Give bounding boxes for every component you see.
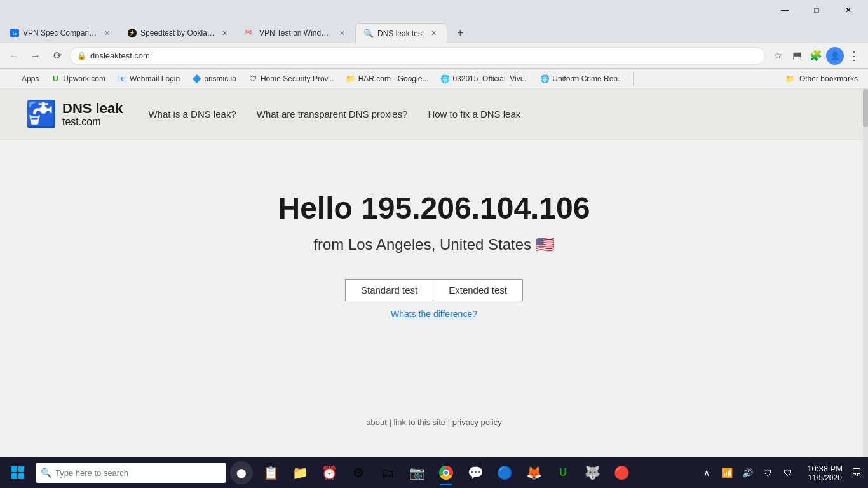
chromecast-button[interactable]: ⬒ bbox=[788, 47, 806, 65]
taskbar-app-vpn4[interactable]: 🔴 bbox=[607, 459, 635, 487]
browser-window: — □ ✕ G VPN Spec Comparisons.xlsx - Go..… bbox=[0, 0, 868, 458]
clock-icon: ⏰ bbox=[322, 465, 337, 480]
nav-dns-leak[interactable]: What is a DNS leak? bbox=[148, 109, 236, 119]
tray-chevron[interactable]: ∧ bbox=[698, 464, 715, 482]
forward-button[interactable]: → bbox=[27, 47, 44, 65]
taskbar-app-taskmgr[interactable]: 📋 bbox=[257, 459, 285, 487]
url-text: dnsleaktest.com bbox=[90, 51, 758, 60]
bookmark-official-label: 032015_Official_Vivi... bbox=[452, 74, 528, 83]
bookmark-webmail[interactable]: 📧 Webmail Login bbox=[112, 71, 185, 87]
taskbar-app-vpn3[interactable]: 🐺 bbox=[578, 459, 606, 487]
tab-vpn-spec[interactable]: G VPN Spec Comparisons.xlsx - Go... ✕ bbox=[3, 23, 120, 43]
tab-favicon-dns-leak: 🔍 bbox=[363, 29, 374, 39]
close-button[interactable]: ✕ bbox=[834, 0, 863, 20]
edge-icon: 🔵 bbox=[497, 465, 513, 480]
footer-link-link[interactable]: link to this site bbox=[393, 417, 445, 427]
address-bar[interactable]: 🔒 dnsleaktest.com bbox=[70, 47, 765, 65]
tab-title-speedtest: Speedtest by Ookla - The Global... bbox=[140, 29, 215, 37]
test-buttons: Standard test Extended test bbox=[345, 279, 523, 301]
tab-close-speedtest[interactable]: ✕ bbox=[219, 27, 230, 39]
bookmark-prismic[interactable]: 🔷 prismic.io bbox=[186, 71, 241, 87]
tab-close-vpn-spec[interactable]: ✕ bbox=[101, 27, 112, 39]
tab-dns-leak[interactable]: 🔍 DNS leak test ✕ bbox=[355, 23, 447, 43]
maximize-button[interactable]: □ bbox=[802, 0, 831, 20]
taskbar-app-skype[interactable]: 💬 bbox=[461, 459, 489, 487]
nav-fix-dns[interactable]: How to fix a DNS leak bbox=[428, 109, 520, 119]
minimize-button[interactable]: — bbox=[770, 0, 799, 20]
tray-volume-icon[interactable]: 🔊 bbox=[738, 464, 756, 482]
cortana-button[interactable]: ⬤ bbox=[230, 461, 253, 484]
scrollbar[interactable] bbox=[863, 89, 868, 458]
taskbar-app-files[interactable]: 🗂 bbox=[374, 459, 402, 487]
taskbar-search-input[interactable] bbox=[55, 468, 221, 478]
footer-privacy-link[interactable]: privacy policy bbox=[452, 417, 502, 427]
back-button[interactable]: ← bbox=[5, 47, 23, 65]
bookmark-apps-label: Apps bbox=[22, 74, 39, 83]
bookmark-other-label: Other bookmarks bbox=[799, 74, 858, 83]
scrollbar-thumb[interactable] bbox=[863, 89, 868, 127]
bookmark-upwork[interactable]: U Upwork.com bbox=[45, 71, 111, 87]
taskbar-app-vpn1[interactable]: 🦊 bbox=[520, 459, 548, 487]
nav-transparent-proxies[interactable]: What are transparent DNS proxies? bbox=[257, 109, 408, 119]
profile-button[interactable]: 👤 bbox=[826, 47, 844, 65]
bookmark-apps[interactable]: Apps bbox=[5, 71, 44, 87]
taskbar-apps: 📋 📁 ⏰ ⚙ 🗂 📷 💬 🔵 🦊 bbox=[254, 459, 638, 487]
bookmark-har[interactable]: 📁 HAR.com - Google... bbox=[341, 71, 434, 87]
tab-favicon-vpn-test: ✉ bbox=[245, 28, 255, 38]
tab-close-dns-leak[interactable]: ✕ bbox=[428, 28, 439, 39]
tab-vpn-test[interactable]: ✉ VPN Test on Windows- Bitdefend... ✕ bbox=[238, 23, 355, 43]
whats-difference-link[interactable]: Whats the difference? bbox=[391, 309, 477, 319]
taskbar-app-explorer[interactable]: 📁 bbox=[286, 459, 314, 487]
bookmark-official[interactable]: 🌐 032015_Official_Vivi... bbox=[435, 71, 533, 87]
bookmarks-bar: Apps U Upwork.com 📧 Webmail Login 🔷 pris… bbox=[0, 69, 868, 89]
bookmark-other[interactable]: 📁 Other bookmarks bbox=[780, 72, 863, 85]
reload-button[interactable]: ⟳ bbox=[48, 47, 66, 65]
taskbar-app-youcam[interactable]: 📷 bbox=[403, 459, 431, 487]
taskbar-app-vpn2[interactable]: U bbox=[549, 459, 577, 487]
prismic-favicon: 🔷 bbox=[191, 74, 201, 84]
bookmark-webmail-label: Webmail Login bbox=[130, 74, 180, 83]
taskbar-app-settings[interactable]: ⚙ bbox=[344, 459, 372, 487]
taskbar-app-chrome[interactable] bbox=[432, 459, 460, 487]
start-square-1 bbox=[11, 466, 17, 472]
tray-network-icon[interactable]: 📶 bbox=[718, 464, 736, 482]
extensions-button[interactable]: 🧩 bbox=[807, 47, 825, 65]
site-logo: 🚰 DNS leak test.com bbox=[25, 99, 123, 129]
new-tab-button[interactable]: + bbox=[450, 23, 470, 43]
taskbar-app-edge[interactable]: 🔵 bbox=[491, 459, 519, 487]
bookmark-homesec[interactable]: 🛡 Home Security Prov... bbox=[243, 71, 339, 87]
tray-shield1-icon[interactable]: 🛡 bbox=[759, 464, 776, 482]
taskbar-app-clock[interactable]: ⏰ bbox=[315, 459, 343, 487]
bookmark-uniform[interactable]: 🌐 Uniform Crime Rep... bbox=[534, 71, 629, 87]
vpn2-icon: U bbox=[559, 467, 567, 478]
taskbar-clock[interactable]: 10:38 PM 11/5/2020 bbox=[802, 464, 848, 482]
start-button[interactable] bbox=[3, 458, 33, 488]
main-content: Hello 195.206.104.106 from Los Angeles, … bbox=[0, 140, 868, 344]
tray-shield2-icon[interactable]: 🛡 bbox=[779, 464, 797, 482]
youcam-icon: 📷 bbox=[409, 465, 425, 480]
toolbar-icons: ☆ ⬒ 🧩 👤 ⋮ bbox=[769, 47, 863, 65]
star-button[interactable]: ☆ bbox=[769, 47, 787, 65]
tab-favicon-vpn-spec: G bbox=[10, 29, 19, 37]
settings-icon: ⚙ bbox=[353, 465, 364, 480]
tab-speedtest[interactable]: ⚡ Speedtest by Ookla - The Global... ✕ bbox=[120, 23, 238, 43]
location-text: from Los Angeles, United States 🇺🇸 bbox=[313, 236, 555, 254]
taskbar-tray: ∧ 📶 🔊 🛡 🛡 bbox=[693, 464, 802, 482]
taskbar-search[interactable]: 🔍 bbox=[36, 463, 226, 483]
notification-icon: 🗨 bbox=[851, 467, 862, 478]
clock-date: 11/5/2020 bbox=[808, 473, 841, 482]
footer-about-link[interactable]: about bbox=[366, 417, 387, 427]
start-square-2 bbox=[18, 466, 24, 472]
notification-button[interactable]: 🗨 bbox=[848, 464, 865, 482]
apps-favicon bbox=[10, 74, 19, 83]
files-icon: 🗂 bbox=[381, 466, 394, 480]
menu-button[interactable]: ⋮ bbox=[845, 47, 863, 65]
uniform-favicon: 🌐 bbox=[539, 74, 550, 84]
standard-test-button[interactable]: Standard test bbox=[345, 279, 433, 301]
extended-test-button[interactable]: Extended test bbox=[433, 279, 523, 301]
bookmark-homesec-label: Home Security Prov... bbox=[261, 74, 334, 83]
explorer-icon: 📁 bbox=[292, 465, 308, 480]
start-square-3 bbox=[11, 473, 17, 479]
bookmark-uniform-label: Uniform Crime Rep... bbox=[552, 74, 624, 83]
tab-close-vpn-test[interactable]: ✕ bbox=[336, 27, 348, 39]
